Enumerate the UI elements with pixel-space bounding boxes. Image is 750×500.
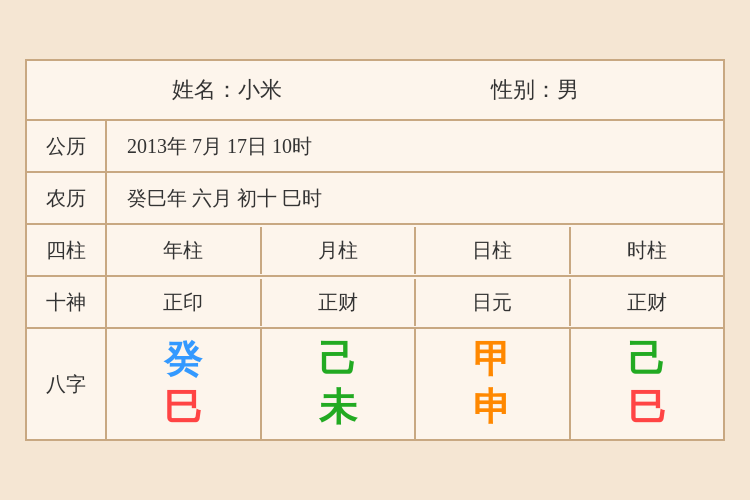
- bazhi-bottom-1: 未: [319, 387, 357, 429]
- bazhi-col-1: 己 未: [262, 329, 417, 439]
- gongli-row: 公历 2013年 7月 17日 10时: [27, 121, 723, 173]
- gongli-label: 公历: [27, 121, 107, 171]
- gongli-value: 2013年 7月 17日 10时: [107, 123, 723, 170]
- shishen-col-1: 正财: [262, 279, 417, 326]
- sizhu-col-3: 时柱: [571, 227, 724, 274]
- sizhu-col-2: 日柱: [416, 227, 571, 274]
- bazhi-top-0: 癸: [164, 339, 202, 381]
- shishen-cells: 正印 正财 日元 正财: [107, 279, 723, 326]
- nongli-row: 农历 癸巳年 六月 初十 巳时: [27, 173, 723, 225]
- shishen-col-2: 日元: [416, 279, 571, 326]
- sizhu-label: 四柱: [27, 225, 107, 275]
- bazhi-cells: 癸 巳 己 未 甲 申 己 巳: [107, 329, 723, 439]
- bazhi-top-1: 己: [319, 339, 357, 381]
- bazhi-bottom-2: 申: [473, 387, 511, 429]
- bazhi-top-3: 己: [628, 339, 666, 381]
- shishen-label: 十神: [27, 277, 107, 327]
- shishen-row: 十神 正印 正财 日元 正财: [27, 277, 723, 329]
- nongli-label: 农历: [27, 173, 107, 223]
- nongli-value: 癸巳年 六月 初十 巳时: [107, 175, 723, 222]
- main-card: 姓名：小米 性别：男 公历 2013年 7月 17日 10时 农历 癸巳年 六月…: [25, 59, 725, 441]
- bazhi-row: 八字 癸 巳 己 未 甲 申 己 巳: [27, 329, 723, 439]
- sizhu-col-0: 年柱: [107, 227, 262, 274]
- shishen-col-0: 正印: [107, 279, 262, 326]
- sizhu-cells: 年柱 月柱 日柱 时柱: [107, 227, 723, 274]
- sizhu-row: 四柱 年柱 月柱 日柱 时柱: [27, 225, 723, 277]
- bazhi-top-2: 甲: [473, 339, 511, 381]
- bazhi-col-2: 甲 申: [416, 329, 571, 439]
- bazhi-col-0: 癸 巳: [107, 329, 262, 439]
- gender-label: 性别：男: [491, 75, 579, 105]
- shishen-col-3: 正财: [571, 279, 724, 326]
- bazhi-label: 八字: [27, 329, 107, 439]
- bazhi-bottom-0: 巳: [164, 387, 202, 429]
- bazhi-bottom-3: 巳: [628, 387, 666, 429]
- bazhi-col-3: 己 巳: [571, 329, 724, 439]
- name-label: 姓名：小米: [172, 75, 282, 105]
- sizhu-col-1: 月柱: [262, 227, 417, 274]
- header: 姓名：小米 性别：男: [27, 61, 723, 121]
